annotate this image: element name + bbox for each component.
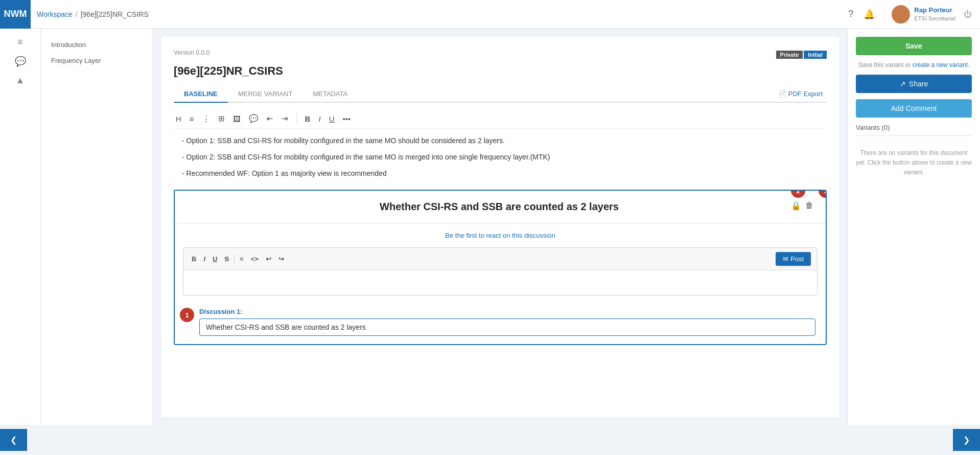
main-layout: ≡ 💬 ▲ Introduction Frequency Layer Versi… — [0, 29, 980, 425]
add-comment-button[interactable]: Add Comment — [856, 99, 972, 118]
avatar — [892, 5, 910, 24]
disc-toolbar-strike[interactable]: S — [222, 254, 231, 264]
badge-number-3: 3 — [819, 190, 827, 198]
badge-initial: Initial — [804, 51, 827, 59]
next-arrow[interactable]: ❯ — [953, 429, 980, 451]
bell-icon[interactable]: 🔔 — [864, 9, 875, 20]
help-icon[interactable]: ? — [848, 9, 853, 19]
bottom-arrows: ❮ ❯ — [0, 425, 980, 455]
share-label: Share — [909, 80, 928, 88]
left-panel: Introduction Frequency Layer — [41, 29, 153, 425]
tab-metadata[interactable]: METADATA — [302, 86, 358, 103]
content-line-1: - Option 1: SSB and CSI-RS for mobility … — [174, 135, 827, 147]
variants-header: Variants (0) — [856, 124, 972, 136]
doc-badges: Private Initial — [776, 51, 827, 59]
disc-toolbar-code[interactable]: <> — [249, 254, 261, 264]
toolbar-indent-right[interactable]: ⇥ — [279, 113, 290, 124]
sidebar: ≡ 💬 ▲ — [0, 29, 41, 425]
power-icon[interactable]: ⏻ — [964, 10, 972, 19]
prev-arrow[interactable]: ❮ — [0, 429, 27, 451]
brand-logo: NWM — [0, 0, 31, 29]
toolbar-unordered-list[interactable]: ⋮ — [200, 113, 212, 124]
toolbar-heading[interactable]: H — [174, 113, 183, 124]
document-container: Version 0.0.0 Private Initial [96e][225]… — [161, 37, 839, 417]
discussion-editor-area: B I U S ≡ <> ↩ ↪ ✉ Post — [183, 247, 818, 295]
sidebar-item-frequency-layer[interactable]: Frequency Layer — [41, 53, 153, 69]
badge-number-2: 2 — [791, 190, 805, 198]
navbar-icons: ? 🔔 — [848, 9, 875, 20]
user-name: Rap Porteur — [914, 6, 955, 15]
toolbar-separator — [296, 113, 297, 124]
badge-private: Private — [776, 51, 803, 59]
svg-point-1 — [894, 17, 907, 24]
share-icon: ↗ — [900, 80, 906, 88]
doc-version-row: Version 0.0.0 Private Initial — [174, 49, 827, 60]
toolbar-underline[interactable]: U — [327, 113, 337, 124]
discussion-item-input[interactable] — [199, 318, 815, 336]
discussion-box: 2 3 Whether CSI-RS and SSB are counted a… — [174, 190, 827, 345]
discussion-item-label: Discussion 1: — [199, 308, 815, 315]
disc-toolbar-italic[interactable]: I — [201, 254, 207, 264]
post-label: Post — [790, 255, 804, 263]
user-info: Rap Porteur ETSI Secretariat — [914, 6, 955, 22]
delete-icon[interactable]: 🗑 — [805, 201, 813, 211]
doc-version: Version 0.0.0 — [174, 49, 209, 56]
pdf-icon: 📄 — [778, 90, 786, 98]
doc-content: - Option 1: SSB and CSI-RS for mobility … — [174, 135, 827, 179]
right-panel: Save Save this variant or create a new v… — [847, 29, 980, 425]
disc-toolbar-list[interactable]: ≡ — [238, 254, 246, 264]
pdf-export-button[interactable]: 📄 PDF Export — [774, 88, 827, 100]
save-button[interactable]: Save — [856, 37, 972, 55]
variants-empty: There are no variants for this document … — [856, 148, 972, 178]
pdf-export-label: PDF Export — [788, 90, 823, 98]
discussion-title: Whether CSI-RS and SSB are counted as 2 … — [207, 201, 791, 213]
save-hint-text: Save this variant or — [858, 61, 911, 69]
toolbar-image[interactable]: 🖼 — [231, 113, 243, 124]
badge-number-1: 1 — [180, 308, 194, 322]
save-hint: Save this variant or create a new varian… — [856, 61, 972, 69]
discussion-editor-toolbar: B I U S ≡ <> ↩ ↪ ✉ Post — [183, 248, 817, 270]
lock-icon[interactable]: 🔒 — [791, 201, 801, 211]
breadcrumb: Workspace / [96e][225]NR_CSIRS — [37, 10, 149, 18]
content-area: Version 0.0.0 Private Initial [96e][225]… — [153, 29, 847, 425]
sidebar-list-icon[interactable]: ≡ — [17, 37, 23, 48]
sidebar-comment-icon[interactable]: 💬 — [15, 56, 26, 67]
post-button[interactable]: ✉ Post — [776, 252, 811, 266]
disc-toolbar-underline[interactable]: U — [211, 254, 219, 264]
svg-point-0 — [897, 8, 905, 16]
navbar: NWM Workspace / [96e][225]NR_CSIRS ? 🔔 R… — [0, 0, 980, 29]
toolbar-bold[interactable]: B — [303, 113, 313, 124]
disc-toolbar-bold[interactable]: B — [190, 254, 198, 264]
discussion-react: Be the first to react on this discussion — [175, 223, 826, 247]
discussion-header-icons: 🔒 🗑 — [791, 201, 813, 211]
tab-merge-variant[interactable]: MERGE VARIANT — [228, 86, 303, 103]
editor-toolbar: H ≡ ⋮ ⊞ 🖼 💬 ⇤ ⇥ B I U ••• — [174, 109, 827, 129]
discussion-item-1: 1 Discussion 1: — [175, 304, 826, 344]
content-line-2: - Option 2: SSB and CSI-RS for mobility … — [174, 151, 827, 164]
disc-toolbar-separator — [234, 255, 235, 263]
disc-toolbar-redo[interactable]: ↪ — [276, 254, 286, 264]
toolbar-table[interactable]: ⊞ — [216, 113, 227, 124]
toolbar-indent-left[interactable]: ⇤ — [265, 113, 275, 124]
toolbar-italic[interactable]: I — [316, 113, 322, 124]
content-line-3: - Recommended WF: Option 1 as majority v… — [174, 168, 827, 180]
tab-baseline[interactable]: BASELINE — [174, 86, 228, 103]
toolbar-more[interactable]: ••• — [340, 113, 353, 124]
doc-title: [96e][225]NR_CSIRS — [174, 64, 827, 78]
discussion-editor-body[interactable] — [183, 270, 817, 295]
create-variant-link[interactable]: create a new variant. — [913, 61, 969, 69]
user-area: Rap Porteur ETSI Secretariat ⏻ — [883, 5, 972, 24]
user-role: ETSI Secretariat — [914, 15, 955, 22]
toolbar-ordered-list[interactable]: ≡ — [188, 113, 196, 124]
toolbar-comment[interactable]: 💬 — [247, 113, 261, 124]
doc-tabs: BASELINE MERGE VARIANT METADATA 📄 PDF Ex… — [174, 86, 827, 103]
disc-toolbar-undo[interactable]: ↩ — [264, 254, 273, 264]
breadcrumb-current: [96e][225]NR_CSIRS — [81, 10, 149, 18]
breadcrumb-workspace[interactable]: Workspace — [37, 10, 73, 18]
discussion-header: Whether CSI-RS and SSB are counted as 2 … — [175, 191, 826, 223]
sidebar-item-introduction[interactable]: Introduction — [41, 37, 153, 53]
breadcrumb-separator: / — [76, 10, 78, 18]
sidebar-alert-icon[interactable]: ▲ — [16, 75, 25, 86]
share-button[interactable]: ↗ Share — [856, 75, 972, 93]
post-icon: ✉ — [783, 255, 788, 263]
